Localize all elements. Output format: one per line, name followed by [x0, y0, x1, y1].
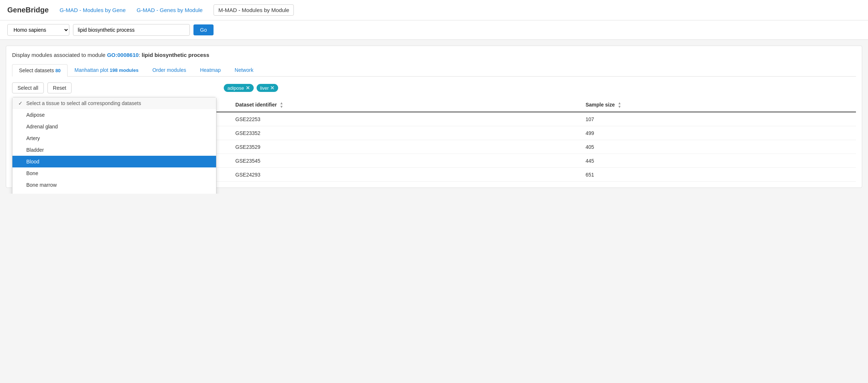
row-dataset-identifier: GSE23529 [231, 140, 581, 154]
liver-tag[interactable]: liver ✕ [257, 84, 279, 92]
dropdown-item-bone-marrow[interactable]: Bone marrow [12, 179, 216, 191]
row-dataset-identifier: GSE24293 [231, 168, 581, 182]
go-id-link[interactable]: GO:0008610 [107, 52, 139, 58]
row-dataset-identifier: GSE22253 [231, 112, 581, 126]
dropdown-item-bone[interactable]: Bone [12, 167, 216, 179]
dropdown-item-bladder[interactable]: Bladder [12, 144, 216, 156]
row-sample-size: 445 [581, 154, 856, 168]
col-dataset-identifier[interactable]: Dataset identifier ▲ ▼ [231, 98, 581, 112]
adipose-tag-close[interactable]: ✕ [246, 85, 250, 91]
dropdown-item-adrenal-gland[interactable]: Adrenal gland [12, 121, 216, 132]
species-select[interactable]: Homo sapiens [7, 24, 69, 36]
select-all-button[interactable]: Select all [12, 82, 44, 93]
row-sample-size: 405 [581, 140, 856, 154]
row-sample-size: 499 [581, 126, 856, 140]
row-dataset-identifier: GSE23352 [231, 126, 581, 140]
adipose-tag[interactable]: adipose ✕ [224, 84, 254, 92]
active-tags: adipose ✕ liver ✕ [224, 84, 278, 92]
tab-manhattan-plot[interactable]: Manhattan plot 198 modules [68, 64, 145, 76]
tab-select-datasets[interactable]: Select datasets 80 [12, 64, 68, 77]
reset-button[interactable]: Reset [47, 82, 72, 93]
tab-network[interactable]: Network [228, 64, 260, 76]
nav-gmad-modules-by-gene[interactable]: G-MAD - Modules by Gene [59, 7, 126, 13]
dropdown-item-artery[interactable]: Artery [12, 132, 216, 144]
row-sample-size: 651 [581, 168, 856, 182]
go-button[interactable]: Go [193, 24, 214, 35]
module-title: Display modules associated to module GO:… [12, 52, 856, 58]
row-sample-size: 107 [581, 112, 856, 126]
dropdown-header-item: ✓ Select a tissue to select all correspo… [12, 97, 216, 109]
logo: GeneBridge [7, 6, 49, 14]
search-input[interactable] [73, 24, 190, 36]
tab-order-modules[interactable]: Order modules [145, 64, 193, 76]
tabs-row: Select datasets 80 Manhattan plot 198 mo… [12, 64, 856, 77]
controls-row: Select all Reset ✓ Select a tissue to se… [12, 82, 856, 93]
dropdown-item-brain[interactable]: Brain [12, 191, 216, 194]
liver-tag-close[interactable]: ✕ [270, 85, 274, 91]
tab-heatmap[interactable]: Heatmap [193, 64, 228, 76]
nav-gmad-genes-by-module[interactable]: G-MAD - Genes by Module [137, 7, 203, 13]
nav-mmad-modules-by-module[interactable]: M-MAD - Modules by Module [214, 4, 294, 16]
tissue-dropdown[interactable]: ✓ Select a tissue to select all correspo… [12, 97, 216, 194]
dropdown-item-adipose[interactable]: Adipose [12, 109, 216, 121]
header: GeneBridge G-MAD - Modules by Gene G-MAD… [0, 0, 868, 20]
col-sample-size[interactable]: Sample size ▲ ▼ [581, 98, 856, 112]
search-bar: Homo sapiens Go [0, 20, 868, 40]
main-content: Display modules associated to module GO:… [6, 46, 862, 188]
dropdown-item-blood[interactable]: Blood [12, 156, 216, 167]
row-dataset-identifier: GSE23545 [231, 154, 581, 168]
